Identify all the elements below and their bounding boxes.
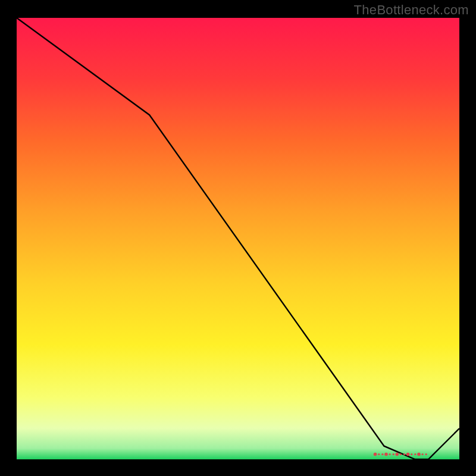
bottleneck-chart [0,0,476,476]
svg-point-13 [422,453,424,455]
svg-point-7 [400,453,402,455]
svg-point-9 [406,453,410,456]
svg-point-1 [378,453,380,455]
svg-point-5 [393,453,394,455]
svg-point-8 [403,453,405,455]
svg-point-6 [396,453,399,456]
svg-point-3 [384,453,388,456]
svg-point-4 [389,453,391,455]
svg-point-2 [381,453,383,455]
chart-frame: TheBottleneck.com [0,0,476,476]
svg-point-10 [411,453,412,455]
svg-point-12 [417,453,421,456]
svg-point-0 [374,453,377,456]
plot-background [17,18,459,459]
svg-point-14 [425,453,427,455]
svg-point-11 [414,453,416,455]
